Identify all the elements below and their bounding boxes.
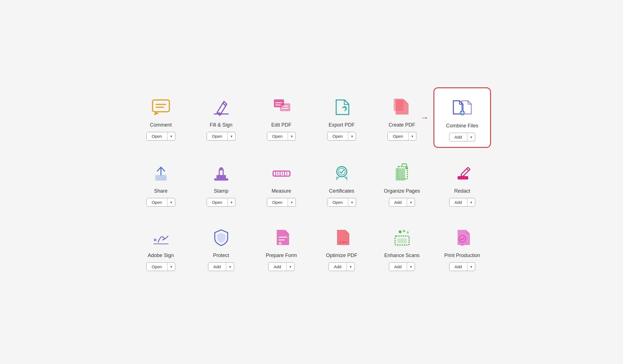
tool-card-measure: MeasureOpen▼ — [253, 153, 310, 212]
create-pdf-btn-main[interactable]: Open — [388, 132, 408, 140]
create-pdf-icon — [391, 96, 413, 118]
tool-card-enhance-scans: Enhance ScansAdd▼ — [373, 218, 431, 277]
svg-point-43 — [403, 230, 405, 232]
certificates-icon — [331, 162, 353, 184]
measure-btn-main[interactable]: Open — [267, 198, 288, 206]
adobe-sign-icon: × × — [150, 226, 172, 249]
create-pdf-btn-dropdown[interactable]: ▼ — [409, 133, 416, 140]
certificates-label: Certificates — [329, 188, 354, 194]
adobe-sign-btn-main[interactable]: Open — [147, 263, 167, 271]
svg-rect-6 — [280, 103, 290, 111]
tool-card-print-production: Print ProductionAdd▼ — [433, 218, 491, 277]
tool-card-stamp: StampOpen▼ — [192, 153, 250, 212]
tool-card-certificates: CertificatesOpen▼ — [313, 153, 370, 212]
stamp-btn-main[interactable]: Open — [207, 198, 227, 206]
optimize-pdf-label: Optimize PDF — [326, 253, 357, 258]
print-production-label: Print Production — [444, 253, 480, 258]
svg-point-44 — [407, 231, 409, 234]
certificates-btn-dropdown[interactable]: ▼ — [348, 199, 356, 206]
organize-pages-btn-dropdown[interactable]: ▼ — [407, 199, 415, 206]
protect-btn-main[interactable]: Add — [208, 263, 226, 271]
prepare-form-label: Prepare Form — [266, 253, 297, 258]
redact-icon — [451, 162, 474, 184]
stamp-btn-dropdown[interactable]: ▼ — [228, 199, 235, 206]
redact-btn-main[interactable]: Add — [449, 198, 467, 206]
measure-label: Measure — [271, 188, 291, 194]
print-production-btn-main[interactable]: Add — [449, 263, 467, 271]
share-icon — [150, 162, 172, 184]
prepare-form-icon — [270, 226, 293, 249]
fill-sign-icon — [210, 96, 232, 118]
combine-files-arrow: → — [420, 113, 429, 122]
fill-sign-btn-group: Open▼ — [207, 132, 236, 141]
certificates-btn-main[interactable]: Open — [327, 198, 348, 206]
svg-rect-17 — [214, 178, 228, 181]
svg-point-42 — [399, 230, 402, 233]
enhance-scans-btn-group: Add▼ — [389, 262, 415, 271]
export-pdf-btn-main[interactable]: Open — [327, 132, 348, 140]
redact-label: Redact — [454, 188, 470, 194]
comment-btn-dropdown[interactable]: ▼ — [167, 133, 175, 140]
optimize-pdf-btn-main[interactable]: Add — [329, 263, 347, 271]
tools-grid: CommentOpen▼ Fill & SignOpen▼ Edit PDFOp… — [115, 76, 508, 288]
measure-icon — [270, 162, 293, 184]
svg-rect-0 — [153, 100, 169, 112]
svg-rect-15 — [155, 175, 167, 181]
fill-sign-label: Fill & Sign — [210, 122, 232, 128]
optimize-pdf-btn-group: Add▼ — [329, 262, 355, 271]
prepare-form-btn-main[interactable]: Add — [269, 263, 286, 271]
comment-btn-main[interactable]: Open — [147, 132, 167, 140]
combine-files-icon — [451, 97, 474, 119]
enhance-scans-icon — [391, 226, 413, 249]
fill-sign-btn-main[interactable]: Open — [207, 132, 227, 140]
combine-files-btn-dropdown[interactable]: ▼ — [467, 134, 475, 141]
organize-pages-btn-group: Add▼ — [389, 198, 415, 207]
protect-btn-group: Add▼ — [208, 262, 234, 271]
stamp-icon — [210, 162, 232, 184]
print-production-btn-group: Add▼ — [449, 262, 475, 271]
adobe-sign-btn-dropdown[interactable]: ▼ — [167, 263, 175, 270]
tool-card-organize-pages: Organize PagesAdd▼ — [373, 153, 431, 212]
combine-files-btn-main[interactable]: Add — [449, 133, 467, 141]
prepare-form-btn-group: Add▼ — [268, 262, 294, 271]
tool-card-edit-pdf: Edit PDFOpen▼ — [253, 87, 310, 148]
prepare-form-btn-dropdown[interactable]: ▼ — [287, 263, 294, 270]
svg-rect-30 — [458, 176, 468, 179]
svg-rect-41 — [397, 238, 407, 243]
edit-pdf-label: Edit PDF — [271, 122, 291, 128]
enhance-scans-btn-main[interactable]: Add — [389, 263, 407, 271]
svg-point-36 — [279, 242, 281, 245]
svg-rect-16 — [216, 175, 226, 178]
enhance-scans-btn-dropdown[interactable]: ▼ — [407, 263, 415, 270]
edit-pdf-icon — [270, 96, 293, 118]
create-pdf-label: Create PDF — [389, 122, 415, 128]
redact-btn-group: Add▼ — [449, 198, 475, 207]
tool-card-export-pdf: Export PDFOpen▼ — [313, 87, 370, 148]
tool-card-comment: CommentOpen▼ — [132, 87, 190, 148]
edit-pdf-btn-dropdown[interactable]: ▼ — [288, 133, 296, 140]
fill-sign-btn-dropdown[interactable]: ▼ — [228, 133, 235, 140]
optimize-pdf-icon — [331, 226, 353, 249]
tool-card-optimize-pdf: Optimize PDFAdd▼ — [313, 218, 370, 277]
protect-btn-dropdown[interactable]: ▼ — [226, 263, 234, 270]
redact-btn-dropdown[interactable]: ▼ — [467, 199, 475, 206]
edit-pdf-btn-main[interactable]: Open — [267, 132, 288, 140]
export-pdf-btn-dropdown[interactable]: ▼ — [348, 133, 356, 140]
certificates-btn-group: Open▼ — [327, 198, 356, 207]
print-production-btn-dropdown[interactable]: ▼ — [467, 263, 475, 270]
tool-card-share: ShareOpen▼ — [132, 153, 190, 212]
tool-card-protect: ProtectAdd▼ — [192, 218, 250, 277]
measure-btn-dropdown[interactable]: ▼ — [288, 199, 296, 206]
protect-label: Protect — [213, 253, 229, 258]
svg-point-39 — [341, 242, 342, 244]
enhance-scans-label: Enhance Scans — [384, 253, 419, 258]
optimize-pdf-btn-dropdown[interactable]: ▼ — [347, 263, 354, 270]
measure-btn-group: Open▼ — [267, 198, 296, 207]
stamp-btn-group: Open▼ — [207, 198, 236, 207]
export-pdf-btn-group: Open▼ — [327, 132, 356, 141]
share-btn-dropdown[interactable]: ▼ — [167, 199, 175, 206]
organize-pages-btn-main[interactable]: Add — [389, 198, 407, 206]
tool-card-prepare-form: Prepare FormAdd▼ — [253, 218, 310, 277]
stamp-label: Stamp — [214, 188, 228, 194]
share-btn-main[interactable]: Open — [147, 198, 167, 206]
